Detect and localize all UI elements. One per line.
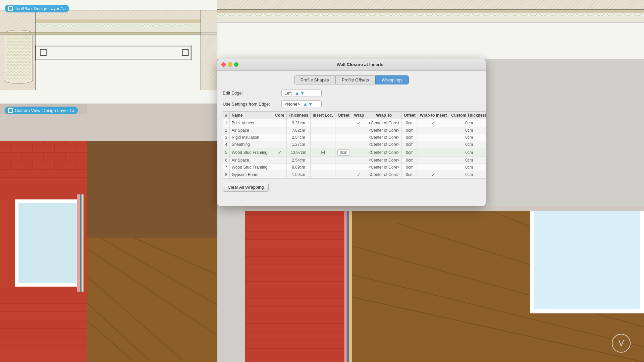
edit-edge-value: Left	[284, 90, 292, 96]
col-name: Name	[229, 112, 273, 119]
view-label-icon	[8, 6, 13, 11]
chevron-updown-icon2: ▲▼	[303, 102, 313, 106]
tab-bar: Profile Shapes Profile Offsets Wrappings	[223, 75, 480, 84]
table-row[interactable]: 1Brick Veneer9.21cm✓<Center of Core>0cm✓…	[223, 119, 486, 127]
edit-edge-select[interactable]: Left ▲▼	[281, 89, 322, 97]
custom-view-label-text: Custom View	[15, 108, 40, 113]
clear-all-wrapping-button[interactable]: Clear All Wrapping	[223, 183, 269, 192]
tab-wrappings[interactable]: Wrappings	[375, 75, 409, 84]
col-num: #	[223, 112, 230, 119]
svg-rect-120	[344, 206, 347, 362]
edit-edge-row: Edit Edge: Left ▲▼	[223, 89, 480, 97]
top-plan-sublabel-text: Design Layer-1a	[34, 6, 66, 11]
svg-rect-30	[217, 0, 644, 9]
svg-rect-91	[82, 194, 84, 292]
top-plan-view	[0, 0, 217, 104]
custom-3d-view	[0, 104, 217, 362]
svg-rect-101	[245, 206, 352, 362]
tab-profile-shapes[interactable]: Profile Shapes	[294, 75, 335, 84]
chevron-updown-icon: ▲▼	[294, 91, 305, 95]
wall-layers-table: # Name Core Thickness Insert Loc. Offset…	[223, 111, 486, 179]
svg-rect-90	[80, 194, 82, 292]
use-settings-label: Use Settings from Edge:	[223, 102, 281, 107]
col-wrap-to-insert: Wrap to Insert	[418, 112, 449, 119]
svg-rect-124	[534, 210, 640, 309]
top-plan-right	[217, 0, 644, 59]
svg-rect-14	[191, 46, 192, 61]
dialog-body: Profile Shapes Profile Offsets Wrappings…	[217, 71, 486, 196]
wall-closure-dialog: Wall Closure at Inserts Profile Shapes P…	[217, 59, 486, 206]
table-row[interactable]: 4Sheathing1.27cm<Center of Core>0cm0cm	[223, 141, 486, 148]
svg-rect-126	[245, 206, 644, 211]
dialog-title: Wall Closure at Inserts	[238, 62, 482, 67]
col-wrap: Wrap	[352, 112, 366, 119]
col-custom-thickness: Custom Thickness	[449, 112, 486, 119]
custom-view-icon	[8, 108, 13, 113]
top-plan-label-text: Top/Plan	[15, 6, 32, 11]
svg-rect-87	[18, 203, 79, 283]
use-settings-select[interactable]: <None> ▲▼	[281, 100, 322, 108]
right-3d-view	[245, 206, 644, 362]
table-row[interactable]: 3Rigid Insulation2.54cm<Center of Core>0…	[223, 134, 486, 141]
col-wrap-to: Wrap To	[366, 112, 402, 119]
table-row[interactable]: 2Air Space7.62cm<Center of Core>0cm0cm	[223, 127, 486, 134]
svg-rect-33	[217, 16, 644, 22]
table-row[interactable]: 8Gypsum Board1.59cm✓<Center of Core>0cm✓…	[223, 171, 486, 179]
custom-view-sublabel-text: Design Layer-1a	[42, 108, 74, 113]
minimize-button[interactable]	[228, 62, 232, 67]
use-settings-row: Use Settings from Edge: <None> ▲▼	[223, 100, 480, 108]
top-plan-label: Top/Plan Design Layer-1a	[5, 5, 69, 12]
vw-logo-symbol: V	[619, 339, 624, 348]
table-row[interactable]: 6Air Space2.54cm<Center of Core>0cm0cm	[223, 157, 486, 164]
edit-edge-label: Edit Edge:	[223, 90, 281, 96]
maximize-button[interactable]	[234, 62, 238, 67]
svg-rect-121	[347, 206, 349, 362]
svg-rect-32	[217, 13, 644, 16]
col-insert-loc: Insert Loc.	[311, 112, 335, 119]
custom-view-label: Custom View Design Layer-1a	[5, 107, 78, 114]
close-button[interactable]	[221, 62, 226, 67]
svg-rect-89	[77, 194, 80, 292]
dialog-titlebar: Wall Closure at Inserts	[217, 59, 486, 71]
tab-profile-offsets[interactable]: Profile Offsets	[335, 75, 375, 84]
col-offset2: Offset	[402, 112, 418, 119]
svg-rect-21	[201, 10, 217, 90]
svg-rect-19	[0, 32, 217, 35]
col-thickness: Thickness	[286, 112, 311, 119]
table-row[interactable]: 7Wood Stud Framing...8.89cm<Center of Co…	[223, 164, 486, 171]
vectorworks-logo: V	[612, 334, 631, 353]
table-row[interactable]: 5Wood Stud Framing...✓13.97cm⊞0cm<Center…	[223, 148, 486, 157]
svg-rect-31	[217, 9, 644, 13]
traffic-lights	[221, 62, 238, 67]
svg-rect-122	[349, 206, 352, 362]
col-core: Core	[273, 112, 286, 119]
svg-rect-12	[6, 32, 31, 82]
col-offset: Offset	[335, 112, 352, 119]
use-settings-value: <None>	[284, 102, 300, 107]
